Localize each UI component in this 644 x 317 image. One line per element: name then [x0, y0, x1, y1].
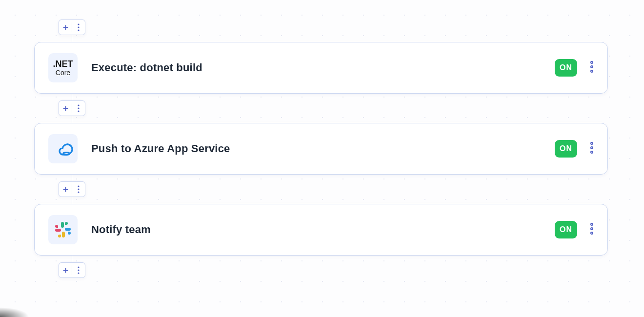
add-step-menu[interactable] [59, 20, 85, 35]
connector-line [72, 197, 72, 204]
svg-point-32 [78, 269, 79, 271]
plus-icon[interactable] [59, 101, 72, 116]
svg-point-15 [591, 147, 593, 149]
add-step-menu[interactable] [59, 100, 85, 116]
more-icon[interactable] [590, 141, 594, 156]
svg-point-19 [78, 185, 79, 187]
status-toggle[interactable]: ON [555, 140, 577, 158]
step-card[interactable]: .NET Core Execute: dotnet build ON [34, 42, 608, 94]
svg-point-14 [591, 142, 593, 144]
svg-point-16 [591, 151, 593, 153]
svg-point-20 [78, 188, 79, 190]
svg-point-4 [78, 29, 79, 31]
status-toggle[interactable]: ON [555, 221, 577, 238]
kebab-icon[interactable] [72, 20, 85, 35]
svg-point-28 [591, 232, 593, 234]
connector-line [72, 35, 72, 42]
plus-icon[interactable] [59, 20, 72, 35]
svg-rect-24 [62, 232, 65, 238]
svg-point-6 [591, 66, 593, 68]
step-label: Push to Azure App Service [91, 142, 555, 155]
add-step-menu[interactable] [59, 262, 85, 278]
svg-rect-22 [61, 222, 64, 228]
svg-point-7 [591, 70, 593, 72]
svg-point-10 [78, 104, 79, 106]
step-card[interactable]: Notify team ON [34, 204, 608, 256]
svg-point-26 [591, 223, 593, 225]
step-label: Notify team [91, 223, 555, 236]
plus-icon[interactable] [59, 182, 72, 197]
connector-line [72, 175, 72, 181]
svg-point-5 [591, 61, 593, 63]
kebab-icon[interactable] [72, 101, 85, 116]
svg-point-3 [78, 26, 79, 28]
connector-line [72, 116, 72, 123]
step-label: Execute: dotnet build [91, 61, 555, 74]
svg-rect-25 [55, 229, 61, 232]
status-toggle[interactable]: ON [555, 59, 577, 77]
azure-cloud-icon [48, 134, 78, 163]
svg-point-12 [78, 110, 79, 112]
svg-rect-23 [65, 228, 71, 231]
svg-point-31 [78, 266, 79, 268]
more-icon[interactable] [590, 60, 594, 75]
svg-point-33 [78, 272, 79, 274]
connector-line [72, 94, 72, 100]
svg-point-27 [591, 228, 593, 230]
kebab-icon[interactable] [72, 182, 85, 197]
dotnet-core-icon: .NET Core [48, 53, 78, 82]
kebab-icon[interactable] [72, 263, 85, 277]
svg-point-13 [63, 153, 70, 155]
slack-icon [48, 215, 78, 244]
svg-point-2 [78, 23, 79, 25]
corner-shadow [0, 307, 29, 317]
pipeline-column: .NET Core Execute: dotnet build ON [34, 20, 610, 278]
plus-icon[interactable] [59, 263, 72, 277]
add-step-menu[interactable] [59, 181, 85, 197]
svg-point-21 [78, 191, 79, 193]
more-icon[interactable] [590, 222, 594, 237]
connector-line [72, 256, 72, 262]
svg-point-11 [78, 107, 79, 109]
step-card[interactable]: Push to Azure App Service ON [34, 123, 608, 175]
